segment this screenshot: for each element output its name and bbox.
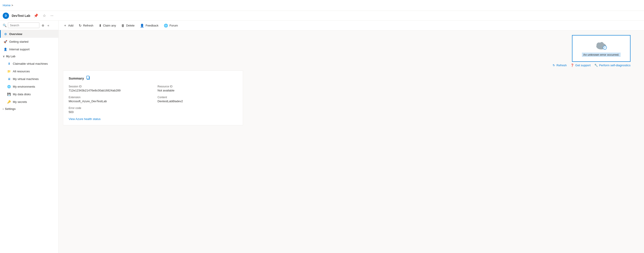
sidebar-item-label: My secrets xyxy=(13,100,27,104)
all-resources-icon: 📁 xyxy=(7,69,11,73)
summary-grid: Session ID 712e12343b21476e8c00ab16824ab… xyxy=(69,85,238,114)
extension-value: Microsoft_Azure_DevTestLab xyxy=(69,100,107,103)
sidebar-item-claimable-vms[interactable]: ⬇ Claimable virtual machines xyxy=(0,60,58,67)
breadcrumb-sep: > xyxy=(12,3,13,7)
claim-any-button[interactable]: ⬇ Claim any xyxy=(96,22,118,29)
cloud-error-svg: ! xyxy=(595,40,608,50)
more-button[interactable]: ··· xyxy=(50,13,54,19)
search-icon: 🔍 xyxy=(3,23,6,27)
settings-label: Settings xyxy=(5,107,16,111)
sidebar-item-getting-started[interactable]: 🚀 Getting started xyxy=(0,38,58,45)
search-input[interactable] xyxy=(8,22,40,28)
refresh-label: Refresh xyxy=(83,24,94,27)
copy-button[interactable] xyxy=(86,75,91,81)
filter-icon[interactable]: ⊕ xyxy=(41,23,45,28)
star-button[interactable]: ☆ xyxy=(42,12,47,19)
resource-id-label: Resource ID xyxy=(158,85,238,88)
feedback-button[interactable]: 👤 Feedback xyxy=(138,22,161,29)
extension-field: Extension Microsoft_Azure_DevTestLab xyxy=(69,96,148,103)
sidebar-item-my-secrets[interactable]: 🔑 My secrets xyxy=(0,98,58,106)
session-id-label: Session ID xyxy=(69,85,148,88)
app-header: D DevTest Lab 📌 ☆ ··· xyxy=(0,11,644,21)
error-panel-wrapper: ! An unknown error occurred. ↻ Refresh ❓ xyxy=(63,35,640,69)
get-support-label: Get support xyxy=(575,64,591,67)
claimable-vms-icon: ⬇ xyxy=(7,62,11,66)
error-refresh-button[interactable]: ↻ Refresh xyxy=(553,64,567,67)
summary-header: Summary xyxy=(69,75,238,81)
content-area: ! An unknown error occurred. ↻ Refresh ❓ xyxy=(58,30,644,253)
top-bar: Home > xyxy=(0,0,644,11)
sidebar-item-label: My virtual machines xyxy=(13,77,39,81)
app-icon: D xyxy=(3,12,9,19)
content-field: Content DevtestLabBladev2 xyxy=(158,96,238,103)
sidebar-item-my-vms[interactable]: 🖥 My virtual machines xyxy=(0,75,58,83)
summary-title: Summary xyxy=(69,76,84,80)
getting-started-icon: 🚀 xyxy=(4,39,8,44)
my-secrets-icon: 🔑 xyxy=(7,100,11,104)
session-id-field: Session ID 712e12343b21476e8c00ab16824ab… xyxy=(69,85,148,92)
perform-diagnostics-button[interactable]: 🔧 Perform self-diagnostics xyxy=(594,64,630,67)
add-icon: ＋ xyxy=(64,23,67,28)
svg-rect-7 xyxy=(87,76,89,79)
add-button[interactable]: ＋ Add xyxy=(61,22,76,29)
sidebar-item-internal-support[interactable]: 👤 Internal support xyxy=(0,45,58,53)
sidebar-item-label: My environments xyxy=(13,85,35,88)
sidebar-item-label: Getting started xyxy=(9,40,28,43)
forum-icon: 🌐 xyxy=(164,23,168,28)
content-main: ! An unknown error occurred. ↻ Refresh ❓ xyxy=(58,30,644,253)
sidebar-item-label: Internal support xyxy=(9,48,30,51)
sidebar-item-all-resources[interactable]: 📁 All resources xyxy=(0,67,58,75)
feedback-label: Feedback xyxy=(146,24,158,27)
pin-button[interactable]: 📌 xyxy=(33,12,39,19)
sidebar-item-my-data-disks[interactable]: 💾 My data disks xyxy=(0,90,58,98)
breadcrumb: Home > xyxy=(3,3,13,7)
diagnostics-label: Perform self-diagnostics xyxy=(599,64,630,67)
error-actions: ↻ Refresh ❓ Get support 🔧 Perform self-d… xyxy=(553,62,630,69)
sidebar-item-label: All resources xyxy=(13,70,30,73)
refresh-button[interactable]: ↻ Refresh xyxy=(76,22,96,29)
sidebar-search-area: 🔍 ⊕ « xyxy=(0,21,58,30)
error-message-text: An unknown error occurred. xyxy=(582,53,620,57)
add-label: Add xyxy=(68,24,73,27)
summary-card: Summary Session ID 712e12343b21476e8c00a… xyxy=(63,70,243,125)
resource-id-field: Resource ID Not available xyxy=(158,85,238,92)
collapse-button[interactable]: « xyxy=(46,23,50,28)
content-value: DevtestLabBladev2 xyxy=(158,100,183,103)
claim-any-icon: ⬇ xyxy=(99,23,102,28)
claim-any-label: Claim any xyxy=(103,24,116,27)
delete-icon: 🗑 xyxy=(121,23,125,27)
app-title: DevTest Lab xyxy=(12,14,30,17)
resource-id-value: Not available xyxy=(158,89,174,92)
my-vms-icon: 🖥 xyxy=(7,77,11,81)
sidebar-item-overview[interactable]: ⊙ Overview xyxy=(0,30,58,38)
my-lab-label: My Lab xyxy=(6,55,15,58)
error-refresh-label: Refresh xyxy=(556,64,567,67)
error-refresh-icon: ↻ xyxy=(553,64,555,67)
get-support-button[interactable]: ❓ Get support xyxy=(570,64,591,67)
copy-icon xyxy=(86,76,90,80)
content-label: Content xyxy=(158,96,238,99)
my-lab-section[interactable]: ∨ My Lab xyxy=(0,53,58,60)
error-code-label: Error code xyxy=(69,106,148,110)
sidebar-item-settings[interactable]: › Settings xyxy=(0,106,58,112)
extension-label: Extension xyxy=(69,96,148,99)
svg-point-2 xyxy=(600,42,604,46)
session-id-value: 712e12343b21476e8c00ab16824ab289 xyxy=(69,89,120,92)
error-code-field: Error code 503 xyxy=(69,106,148,114)
main-layout: 🔍 ⊕ « ⊙ Overview 🚀 Getting started 👤 Int… xyxy=(0,21,644,253)
settings-chevron: › xyxy=(3,107,4,111)
delete-label: Delete xyxy=(126,24,134,27)
refresh-icon: ↻ xyxy=(79,23,82,28)
error-cloud-icon: ! xyxy=(595,40,608,50)
sidebar-item-label: My data disks xyxy=(13,93,30,96)
breadcrumb-home[interactable]: Home xyxy=(3,3,10,7)
forum-button[interactable]: 🌐 Forum xyxy=(162,22,180,29)
delete-button[interactable]: 🗑 Delete xyxy=(119,22,137,29)
sidebar-item-label: Claimable virtual machines xyxy=(13,62,48,65)
view-health-link[interactable]: View Azure health status xyxy=(69,117,100,121)
get-support-icon: ❓ xyxy=(570,64,574,67)
sidebar-item-my-environments[interactable]: 🌐 My environments xyxy=(0,83,58,90)
my-lab-chevron: ∨ xyxy=(3,55,5,58)
error-panel: ! An unknown error occurred. xyxy=(572,35,630,62)
my-environments-icon: 🌐 xyxy=(7,84,11,88)
